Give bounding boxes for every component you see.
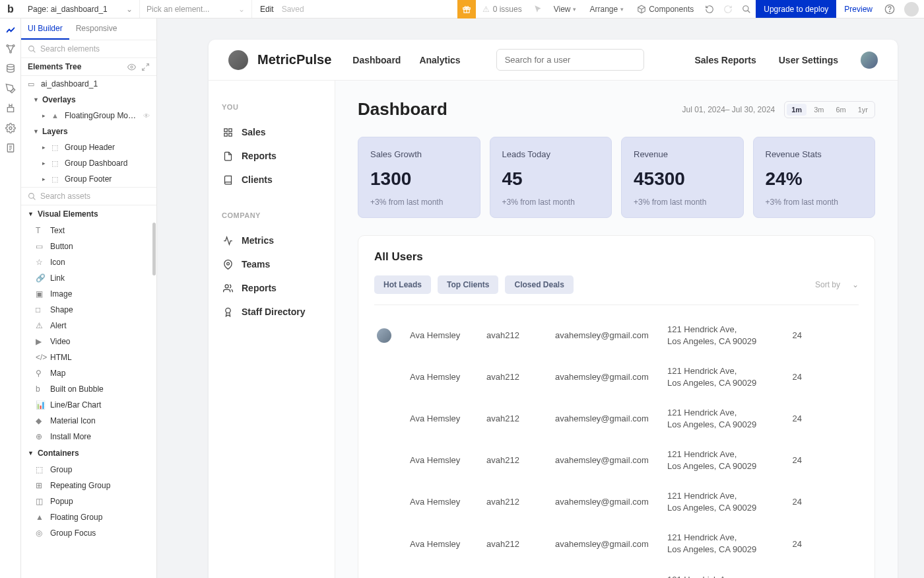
sidebar-item-reports[interactable]: Reports: [219, 144, 324, 168]
sidebar-item-reports-company[interactable]: Reports: [219, 276, 324, 300]
palette-text[interactable]: TText: [21, 223, 156, 238]
card-revenue-stats[interactable]: Revenue Stats 24% +3% from last month: [753, 137, 876, 218]
grid-icon: [223, 127, 234, 137]
search-user-input[interactable]: [496, 49, 644, 71]
upgrade-button[interactable]: Upgrade to deploy: [756, 0, 836, 18]
range-opt-1m[interactable]: 1m: [787, 104, 807, 116]
rail-styles-icon[interactable]: [5, 83, 16, 94]
view-menu[interactable]: View ▾: [547, 0, 583, 18]
pick-element-selector[interactable]: Pick an element... ⌄: [140, 0, 252, 18]
palette-material-icon[interactable]: ◆Material Icon: [21, 413, 156, 429]
elements-tree: ▭ ai_dashboard_1 ▼ Overlays ▸ ▲ Floating…: [21, 76, 156, 187]
tree-node-group-header[interactable]: ▸ ⬚ Group Header: [21, 139, 156, 155]
palette-link[interactable]: 🔗Link: [21, 270, 156, 286]
user-address: 121 Hendrick Ave,Los Angeles, CA 90029: [667, 407, 776, 430]
palette-floating-group[interactable]: ▲Floating Group: [21, 509, 156, 525]
tab-responsive[interactable]: Responsive: [69, 18, 124, 40]
expand-icon[interactable]: [141, 63, 150, 71]
tree-node-page[interactable]: ▭ ai_dashboard_1: [21, 76, 156, 92]
palette-video[interactable]: ▶Video: [21, 334, 156, 349]
tree-node-group-footer[interactable]: ▸ ⬚ Group Footer: [21, 171, 156, 187]
palette-group[interactable]: ⬚Group: [21, 462, 156, 478]
user-row[interactable]: Ava Hemsleyavah212avahemsley@gmail.com12…: [374, 356, 859, 398]
sidebar-item-metrics[interactable]: Metrics: [219, 229, 324, 252]
components-button[interactable]: Components: [630, 0, 700, 18]
card-revenue[interactable]: Revenue 45300 +3% from last month: [621, 137, 744, 218]
range-opt-6m[interactable]: 6m: [831, 104, 850, 116]
rail-data-icon[interactable]: [5, 63, 16, 74]
nav-analytics[interactable]: Analytics: [419, 55, 460, 65]
rail-design-icon[interactable]: [5, 24, 16, 34]
tree-node-group-dashboard[interactable]: ▸ ⬚ Group Dashboard: [21, 155, 156, 171]
user-row[interactable]: Ava Hemsleyavah212avahemsley@gmail.com12…: [374, 439, 859, 481]
palette-html[interactable]: </>HTML: [21, 349, 156, 365]
palette-shape[interactable]: □Shape: [21, 302, 156, 318]
gift-icon[interactable]: [457, 0, 476, 18]
app-header: MetricPulse Dashboard Analytics Sales Re…: [209, 40, 898, 81]
page-selector[interactable]: Page: ai_dashboard_1 ⌄: [21, 0, 140, 18]
sidebar-item-teams[interactable]: Teams: [219, 252, 324, 276]
eye-icon[interactable]: [127, 63, 136, 71]
tree-node-layers[interactable]: ▼ Layers: [21, 124, 156, 139]
search-assets-input[interactable]: [40, 192, 150, 201]
palette-built-on-bubble[interactable]: bBuilt on Bubble: [21, 381, 156, 397]
group-icon: ⬚: [36, 465, 45, 474]
search-icon[interactable]: [737, 0, 756, 18]
chip-hot-leads[interactable]: Hot Leads: [374, 275, 431, 294]
user-avatar[interactable]: [904, 2, 919, 17]
canvas[interactable]: MetricPulse Dashboard Analytics Sales Re…: [157, 18, 924, 578]
rail-logs-icon[interactable]: [5, 143, 16, 153]
containers-header[interactable]: ▼ Containers: [21, 445, 156, 462]
range-opt-1yr[interactable]: 1yr: [853, 104, 873, 116]
palette-image[interactable]: ▣Image: [21, 286, 156, 302]
search-elements-input[interactable]: [40, 44, 150, 54]
visual-elements-header[interactable]: ▼ Visual Elements: [21, 205, 156, 223]
link-icon: 🔗: [36, 273, 45, 283]
palette-icon[interactable]: ☆Icon: [21, 254, 156, 270]
palette-alert[interactable]: ⚠Alert: [21, 318, 156, 334]
palette-map[interactable]: ⚲Map: [21, 365, 156, 381]
range-opt-3m[interactable]: 3m: [809, 104, 828, 116]
palette-chart[interactable]: 📊Line/Bar Chart: [21, 397, 156, 413]
tree-node-overlays[interactable]: ▼ Overlays: [21, 92, 156, 108]
tree-node-floating-group[interactable]: ▸ ▲ FloatingGroup Mobile Me... 👁: [21, 108, 156, 124]
sidebar-item-staff-directory[interactable]: Staff Directory: [219, 300, 324, 324]
bubble-logo[interactable]: b: [0, 3, 21, 15]
user-row[interactable]: Ava Hemsleyavah212avahemsley@gmail.com12…: [374, 314, 859, 356]
user-row[interactable]: Ava Hemsleyavah212avahemsley@gmail.com12…: [374, 565, 859, 578]
edit-mode-label[interactable]: Edit: [252, 5, 282, 14]
palette-install-more[interactable]: ⊕Install More: [21, 429, 156, 445]
nav-sales-reports[interactable]: Sales Reports: [694, 55, 756, 65]
nav-dashboard[interactable]: Dashboard: [352, 55, 401, 65]
book-icon: [223, 175, 234, 185]
palette-group-focus[interactable]: ◎Group Focus: [21, 525, 156, 541]
rail-workflow-icon[interactable]: [5, 44, 16, 54]
palette-repeating-group[interactable]: ⊞Repeating Group: [21, 478, 156, 493]
tab-ui-builder[interactable]: UI Builder: [21, 18, 69, 40]
arrange-menu[interactable]: Arrange ▾: [583, 0, 630, 18]
chip-closed-deals[interactable]: Closed Deals: [505, 275, 573, 294]
scrollbar[interactable]: [152, 223, 156, 275]
user-row[interactable]: Ava Hemsleyavah212avahemsley@gmail.com12…: [374, 481, 859, 523]
card-leads-today[interactable]: Leads Today 45 +3% from last month: [490, 137, 612, 218]
sort-by-dropdown[interactable]: Sort by ⌄: [815, 280, 859, 289]
user-row[interactable]: Ava Hemsleyavah212avahemsley@gmail.com12…: [374, 398, 859, 439]
sidebar-item-sales[interactable]: Sales: [219, 120, 324, 144]
undo-icon[interactable]: [700, 0, 719, 18]
issues-button[interactable]: ⚠ 0 issues: [476, 5, 529, 14]
header-avatar[interactable]: [861, 52, 878, 69]
rail-settings-icon[interactable]: [5, 123, 16, 133]
cursor-icon[interactable]: [529, 0, 547, 18]
palette-popup[interactable]: ◫Popup: [21, 493, 156, 509]
preview-button[interactable]: Preview: [836, 5, 880, 14]
help-icon[interactable]: [880, 0, 899, 18]
nav-user-settings[interactable]: User Settings: [779, 55, 838, 65]
user-email: avahemsley@gmail.com: [555, 330, 667, 340]
sidebar-item-clients[interactable]: Clients: [219, 168, 324, 192]
rail-plugins-icon[interactable]: [5, 103, 16, 114]
user-row[interactable]: Ava Hemsleyavah212avahemsley@gmail.com12…: [374, 523, 859, 564]
palette-button[interactable]: ▭Button: [21, 238, 156, 254]
redo-icon[interactable]: [719, 0, 737, 18]
card-sales-growth[interactable]: Sales Growth 1300 +3% from last month: [358, 137, 480, 218]
chip-top-clients[interactable]: Top Clients: [438, 275, 498, 294]
